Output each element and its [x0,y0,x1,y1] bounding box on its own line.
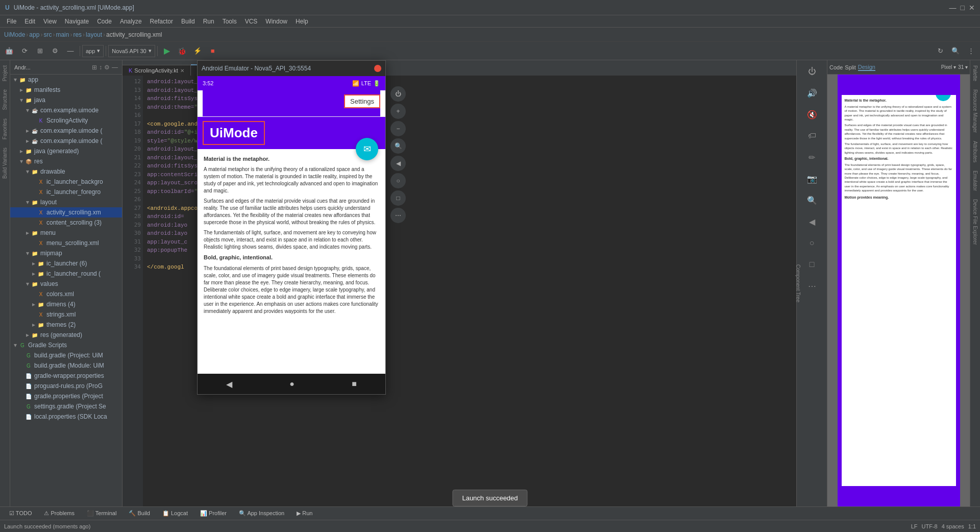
sidebar-collapse-icon[interactable]: ↕ [99,64,102,71]
favorites-tab[interactable]: Favorites [1,115,9,142]
pixel-selector[interactable]: Pixel ▾ [941,64,956,70]
zoom-selector[interactable]: 31 ▾ [958,64,968,70]
volume-icon[interactable]: 🔊 [803,84,821,102]
indent-indicator[interactable]: 4 spaces [942,523,964,529]
search-icon[interactable]: 🔍 [948,44,963,58]
terminal-icon[interactable]: ⊞ [33,44,47,58]
bc-file[interactable]: activity_scrolling.xml [106,31,162,38]
tree-item-manifests[interactable]: ▸ 📁 manifests [10,85,122,95]
emulator-tab[interactable]: Emulator [971,167,979,194]
tree-item-java[interactable]: ▾ 📁 java [10,95,122,105]
tree-item-dimens[interactable]: ▸ 📁 dimens (4) [10,299,122,309]
build-variants-tab[interactable]: Build Variants [1,144,9,182]
circle-icon[interactable]: ○ [803,234,821,252]
bc-res[interactable]: res [73,31,82,38]
tree-item-themes[interactable]: ▸ 📁 themes (2) [10,320,122,330]
stop-button[interactable]: ■ [206,44,220,58]
tab-profiler[interactable]: 📊 Profiler [195,509,232,518]
square-icon[interactable]: □ [803,255,821,274]
code-view-btn[interactable]: Code [829,64,843,70]
tree-item-gradle-props[interactable]: 📄 gradle.properties (Project [10,391,122,401]
emu-more2-button[interactable]: ⋯ [390,208,406,223]
tab-scrolling-kt[interactable]: K ScrolingActivity.kt ✕ [122,65,191,76]
emu-vol-up-button[interactable]: + [390,104,406,119]
pen-icon[interactable]: ✏ [803,148,821,166]
tab-close[interactable]: ✕ [180,68,184,74]
bc-src[interactable]: src [43,31,52,38]
tree-item-strings[interactable]: X strings.xml [10,309,122,320]
debug-button[interactable]: 🐞 [175,44,189,58]
profile-button[interactable]: ⚡ [190,44,205,58]
split-view-btn[interactable]: Split [845,64,855,70]
tree-item-fg[interactable]: X ic_launcher_foregro [10,187,122,197]
menu-build[interactable]: Build [177,15,199,27]
menu-tools[interactable]: Tools [218,15,241,27]
sidebar-hide-icon[interactable]: — [112,64,118,71]
tab-build[interactable]: 🔨 Build [124,509,155,518]
bc-layout[interactable]: layout [86,31,102,38]
emu-home2-button[interactable]: ○ [390,173,406,188]
tree-item-gradle-wrapper[interactable]: 📄 gradle-wrapper.properties [10,371,122,381]
app-selector[interactable]: app ▾ [82,45,104,57]
power-icon[interactable]: ⏻ [803,62,821,81]
menu-vcs[interactable]: VCS [241,15,262,27]
minimize-button[interactable]: — [949,4,957,12]
sync-icon[interactable]: ⟳ [17,44,32,58]
sync2-icon[interactable]: ↻ [933,44,947,58]
menu-navigate[interactable]: Navigate [61,15,93,27]
tab-terminal[interactable]: ⬛ Terminal [82,509,121,518]
run-button[interactable]: ▶ [160,44,174,58]
resource-manager-tab[interactable]: Resource Manager [971,86,979,136]
tree-item-activity-scrolling[interactable]: X activity_scrolling.xm [10,207,122,217]
tree-item-ic-launcher-round[interactable]: ▸ 📁 ic_launcher_round ( [10,269,122,279]
tab-run[interactable]: ▶ Run [291,509,317,518]
menu-file[interactable]: File [3,15,20,27]
menu-help[interactable]: Help [291,15,312,27]
device-file-explorer-tab[interactable]: Device File Explorer [971,196,979,248]
tab-problems[interactable]: ⚠ Problems [39,509,80,518]
tree-item-build-project[interactable]: G build.gradle (Project: UiM [10,350,122,360]
sidebar-settings-icon[interactable]: ⚙ [104,64,110,71]
tree-item-app[interactable]: ▾ 📁 app [10,75,122,85]
more-icon[interactable]: ⋮ [964,44,978,58]
tree-item-build-module[interactable]: G build.gradle (Module: UiM [10,360,122,371]
tab-todo[interactable]: ☑ TODO [4,509,37,518]
tree-item-com3[interactable]: ▸ ☕ com.example.uimode ( [10,136,122,146]
line-col-indicator[interactable]: 1:1 [968,523,976,529]
tree-item-res[interactable]: ▾ 📦 res [10,156,122,166]
menu-analyze[interactable]: Analyze [116,15,146,27]
emu-vol-down-button[interactable]: − [390,121,406,136]
nav-home-button[interactable]: ● [289,379,295,389]
palette-tab[interactable]: Palette [971,62,979,84]
attributes-tab[interactable]: Attributes [971,138,979,165]
tree-item-gradle-scripts[interactable]: ▾ G Gradle Scripts [10,340,122,350]
bc-uimode[interactable]: UiMode [4,31,25,38]
emu-power-button[interactable]: ⏻ [390,86,406,102]
tree-item-menu[interactable]: ▸ 📁 menu [10,228,122,238]
mute-icon[interactable]: 🔇 [803,105,821,124]
menu-code[interactable]: Code [93,15,116,27]
tree-item-colors[interactable]: X colors.xml [10,289,122,299]
tree-item-mipmap[interactable]: ▾ 📁 mipmap [10,248,122,258]
tree-item-menu-xml[interactable]: X menu_scrolling.xml [10,238,122,248]
close-button[interactable]: ✕ [969,4,975,12]
emulator-close-button[interactable] [374,65,381,72]
menu-view[interactable]: View [39,15,61,27]
tree-item-com2[interactable]: ▸ ☕ com.example.uimode ( [10,126,122,136]
menu-window[interactable]: Window [261,15,291,27]
nav-recents-button[interactable]: ■ [352,379,357,389]
camera-icon[interactable]: 📷 [803,170,821,188]
device-selector[interactable]: Nova5 API 30 ▾ [108,45,155,57]
lf-indicator[interactable]: LF [911,523,918,529]
project-tab[interactable]: Project [1,62,9,84]
tree-item-content-scrolling[interactable]: X content_scrolling (3) [10,217,122,228]
tree-item-local-props[interactable]: 📄 local.properties (SDK Loca [10,412,122,422]
emu-back2-button[interactable]: ◀ [390,156,406,171]
back-icon[interactable]: ◀ [803,212,821,231]
tab-logcat[interactable]: 📋 Logcat [157,509,193,518]
tree-item-com1[interactable]: ▾ ☕ com.example.uimode [10,105,122,115]
tree-item-settings[interactable]: G settings.gradle (Project Se [10,401,122,412]
minus-icon[interactable]: — [63,44,78,58]
tree-item-scrolling[interactable]: K ScrolingActivity [10,115,122,126]
maximize-button[interactable]: □ [961,4,965,12]
